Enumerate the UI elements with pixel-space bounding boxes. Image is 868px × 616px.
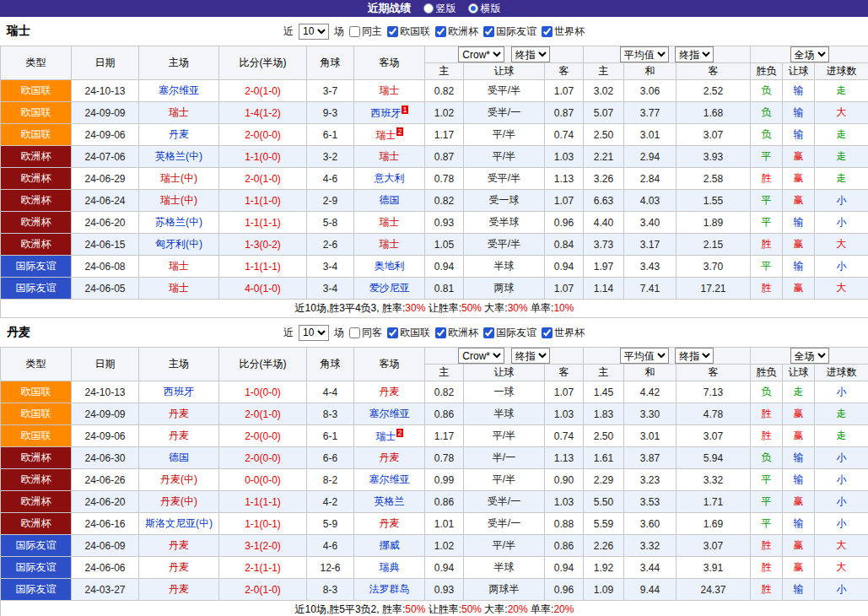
team-link[interactable]: 瑞士 — [169, 282, 189, 294]
team-link[interactable]: 爱沙尼亚 — [369, 282, 410, 294]
team-link[interactable]: 瑞士 — [380, 84, 400, 96]
team-link[interactable]: 丹麦 — [169, 539, 189, 551]
team-link[interactable]: 奥地利 — [375, 260, 405, 272]
layout-option-horizontal[interactable]: 横版 — [468, 2, 501, 16]
match-row: 国际友谊24-06-08瑞士1-1(1-1)3-4奥地利0.94半球0.941.… — [1, 256, 868, 278]
team-link[interactable]: 丹麦 — [169, 408, 189, 419]
team-link[interactable]: 丹麦 — [169, 561, 189, 573]
team-link[interactable]: 丹麦 — [380, 386, 400, 397]
team-link[interactable]: 塞尔维亚 — [369, 408, 410, 419]
away-team-cell: 瑞士 — [354, 146, 425, 168]
average-select[interactable]: 平均值 — [620, 46, 669, 62]
team-link[interactable]: 瑞士(中) — [160, 194, 197, 206]
odds-stage-select[interactable]: 终指 — [511, 46, 550, 62]
league-checkbox[interactable] — [483, 327, 494, 338]
same-venue-filter[interactable]: 同主 — [349, 24, 382, 39]
same-venue-checkbox[interactable] — [349, 26, 360, 37]
team-link[interactable]: 瑞士 — [169, 260, 189, 272]
team-link[interactable]: 英格兰(中) — [155, 150, 202, 162]
team-link[interactable]: 瑞士 — [375, 430, 396, 442]
league-checkbox[interactable] — [542, 26, 553, 37]
away-team-cell: 瑞士2 — [354, 124, 425, 146]
avg-stage-select[interactable]: 终指 — [675, 46, 714, 62]
handicap-result-cell: 赢 — [783, 168, 815, 190]
team-link[interactable]: 英格兰 — [375, 495, 405, 507]
handicap-line: 半球 — [464, 557, 545, 579]
league-checkbox[interactable] — [542, 327, 553, 338]
league-filter[interactable]: 欧国联 — [387, 326, 430, 340]
league-checkbox[interactable] — [435, 26, 446, 37]
odds-stage-select[interactable]: 终指 — [511, 348, 550, 364]
league-filter[interactable]: 世界杯 — [542, 326, 585, 340]
team-link[interactable]: 丹麦 — [380, 451, 400, 463]
handicap-result-cell: 输 — [783, 80, 815, 102]
league-filter[interactable]: 欧国联 — [387, 24, 430, 39]
summary-stat-value: 20% — [553, 603, 574, 615]
corner-cell: 6-1 — [307, 124, 354, 146]
average-select[interactable]: 平均值 — [620, 348, 669, 364]
bookmaker-select[interactable]: Crow* — [458, 46, 504, 62]
team-link[interactable]: 瑞士 — [380, 238, 400, 250]
avg-home-odds: 5.59 — [584, 513, 624, 535]
team-link[interactable]: 瑞士(中) — [160, 172, 197, 184]
team-link[interactable]: 塞尔维亚 — [159, 84, 199, 96]
layout-option-vertical[interactable]: 竖版 — [423, 2, 456, 16]
handicap-line: 半/一 — [464, 447, 545, 469]
league-filter[interactable]: 世界杯 — [542, 24, 585, 39]
match-date: 24-10-13 — [72, 381, 139, 403]
team-link[interactable]: 丹麦 — [380, 517, 400, 529]
result-cell: 负 — [751, 381, 783, 403]
fulltime-select[interactable]: 全场 — [790, 46, 829, 62]
score-cell: 2-0(0-0) — [219, 425, 307, 447]
team-link[interactable]: 瑞士 — [380, 216, 400, 228]
league-checkbox[interactable] — [387, 26, 398, 37]
league-filter[interactable]: 国际友谊 — [483, 326, 536, 340]
avg-draw-odds: 3.32 — [624, 535, 677, 557]
team-link[interactable]: 斯洛文尼亚(中) — [145, 517, 213, 529]
league-filter[interactable]: 欧洲杯 — [435, 326, 478, 340]
bookmaker-select[interactable]: Crow* — [458, 348, 504, 364]
team-link[interactable]: 西班牙 — [164, 386, 194, 397]
team-link[interactable]: 挪威 — [380, 539, 400, 551]
avg-away-odds: 2.15 — [677, 234, 751, 256]
team-link[interactable]: 丹麦(中) — [160, 495, 197, 507]
team-link[interactable]: 丹麦(中) — [160, 473, 197, 485]
handicap-line: 两球 — [464, 278, 545, 300]
league-checkbox[interactable] — [387, 327, 398, 338]
result-cell: 胜 — [751, 557, 783, 579]
home-odds: 0.81 — [425, 278, 464, 300]
team-link[interactable]: 丹麦 — [169, 430, 189, 441]
team-link[interactable]: 瑞士 — [375, 129, 396, 141]
handicap-line: 一球 — [464, 381, 545, 403]
team-link[interactable]: 德国 — [380, 194, 400, 206]
team-link[interactable]: 意大利 — [375, 172, 405, 184]
team-link[interactable]: 丹麦 — [169, 583, 189, 595]
radio-vertical-icon[interactable] — [423, 3, 434, 14]
away-team-cell: 塞尔维亚 — [354, 469, 425, 491]
league-checkbox[interactable] — [435, 327, 446, 338]
team-link[interactable]: 苏格兰(中) — [155, 216, 202, 228]
team-link[interactable]: 匈牙利(中) — [155, 238, 202, 250]
avg-stage-select[interactable]: 终指 — [675, 348, 714, 364]
league-filter[interactable]: 欧洲杯 — [435, 24, 478, 39]
same-venue-filter[interactable]: 同客 — [349, 326, 382, 340]
team-link[interactable]: 瑞士 — [169, 106, 189, 118]
team-link[interactable]: 瑞士 — [380, 150, 400, 162]
team-link[interactable]: 法罗群岛 — [369, 583, 410, 595]
radio-horizontal-icon[interactable] — [468, 3, 478, 14]
league-filter[interactable]: 国际友谊 — [483, 24, 536, 39]
match-count-select[interactable]: 10 — [299, 325, 329, 341]
team-link[interactable]: 西班牙 — [370, 107, 401, 119]
team-link[interactable]: 瑞典 — [380, 561, 400, 573]
match-count-select[interactable]: 10 — [299, 24, 329, 40]
avg-draw-odds: 3.30 — [624, 403, 677, 425]
team-link[interactable]: 丹麦 — [169, 128, 189, 140]
home-odds: 0.82 — [425, 80, 464, 102]
league-checkbox[interactable] — [483, 26, 494, 37]
fulltime-select[interactable]: 全场 — [790, 348, 829, 364]
match-row: 欧洲杯24-06-30德国2-0(0-0)6-6丹麦0.78半/一1.131.6… — [1, 447, 868, 469]
team-link[interactable]: 塞尔维亚 — [369, 473, 410, 485]
away-team-cell: 德国 — [354, 190, 425, 212]
same-venue-checkbox[interactable] — [349, 327, 360, 338]
team-link[interactable]: 德国 — [169, 451, 189, 463]
